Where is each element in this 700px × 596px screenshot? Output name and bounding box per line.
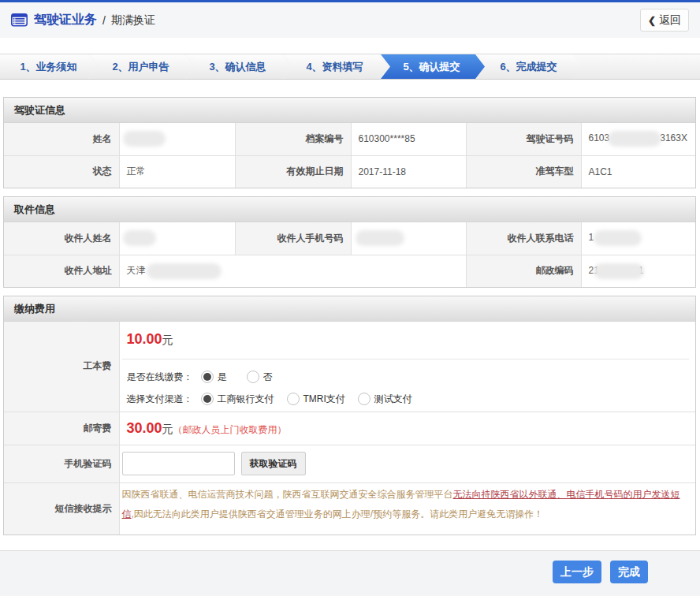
work-fee-label: 工本费 [4,322,119,412]
finish-button[interactable]: 完成 [610,561,648,583]
post-fee-cell: 30.00元（邮政人员上门收取费用） [119,412,695,445]
redacted-postcode [594,263,644,279]
captcha-cell: 获取验证码 [119,445,695,482]
get-captcha-button[interactable]: 获取验证码 [241,452,306,475]
recipient-phone-value: 1 [581,222,695,255]
sms-note-part1: 因陕西省联通、电信运营商技术问题，陕西省互联网交通安全综合服务管理平台 [122,489,453,500]
step-5-confirm-submit[interactable]: 5、确认提交 [378,54,485,79]
recipient-phone-label: 收件人联系电话 [466,222,581,255]
license-no-suffix: 3163X [660,132,687,143]
status-label: 状态 [4,155,119,188]
license-no-label: 驾驶证号码 [466,123,581,155]
table-row: 工本费 10.00元 是否在线缴费： 是 否 选择支付渠道： [4,322,695,412]
redacted-recipient-address [147,263,222,279]
post-fee-label: 邮寄费 [4,412,119,445]
payment-table: 工本费 10.00元 是否在线缴费： 是 否 选择支付渠道： [4,322,695,535]
radio-channel-test[interactable] [358,393,370,405]
table-row: 状态 正常 有效期止日期 2017-11-18 准驾车型 A1C1 [4,155,695,188]
license-no-value: 61033163X [581,123,695,155]
table-row: 姓名 档案编号 610300****85 驾驶证号码 61033163X [4,123,695,155]
expiry-value: 2017-11-18 [351,155,466,188]
sms-note-cell: 因陕西省联通、电信运营商技术问题，陕西省互联网交通安全综合服务管理平台无法向持陕… [119,482,695,535]
footer-bar: 上一步 完成 [0,550,700,596]
redacted-license-no [608,131,661,147]
pay-channel-line: 选择支付渠道： 工商银行支付 TMRI支付 测试支付 [120,391,696,407]
table-row: 手机验证码 获取验证码 [4,445,695,482]
step-1-business-notice[interactable]: 1、业务须知 [0,54,97,79]
step-2-user-declaration[interactable]: 2、用户申告 [88,54,194,79]
online-pay-line: 是否在线缴费： 是 否 [120,369,696,385]
post-fee-amount: 30.00 [127,420,162,436]
name-value [119,123,235,155]
captcha-input[interactable] [122,452,235,475]
status-value: 正常 [119,155,235,188]
postcode-label: 邮政编码 [466,255,581,287]
redacted-recipient-mobile [356,230,404,246]
recipient-mobile-label: 收件人手机号码 [235,222,351,255]
section-pickup-info-title: 取件信息 [4,197,695,222]
breadcrumb-separator: / [102,14,106,27]
recipient-mobile-value [351,222,466,255]
online-pay-label: 是否在线缴费： [127,369,193,385]
page-header: 驾驶证业务 / 期满换证 ❮ 返回 [0,2,700,38]
work-fee-cell: 10.00元 是否在线缴费： 是 否 选择支付渠道： 工商银行支付 [119,322,695,412]
work-fee-unit: 元 [162,333,173,346]
post-fee-unit: 元 [162,423,173,435]
table-row: 短信接收提示 因陕西省联通、电信运营商技术问题，陕西省互联网交通安全综合服务管理… [4,482,695,535]
expiry-label: 有效期止日期 [235,155,351,188]
page-title: 驾驶证业务 [34,12,97,28]
class-value: A1C1 [581,155,695,188]
section-license-info-title: 驾驶证信息 [4,98,695,123]
name-label: 姓名 [4,123,119,155]
redacted-recipient-name [123,230,156,246]
radio-online-no[interactable] [247,371,259,383]
redacted-recipient-phone [594,230,642,246]
recipient-address-value: 天津 [119,255,466,287]
redacted-name [123,131,166,147]
main-content: 驾驶证信息 姓名 档案编号 610300****85 驾驶证号码 6103316… [3,97,696,535]
radio-channel-tmri[interactable] [287,393,300,405]
recipient-address-prefix: 天津 [127,265,146,276]
radio-online-no-label[interactable]: 否 [263,369,273,385]
radio-online-yes[interactable] [201,371,214,383]
file-no-value: 610300****85 [351,123,466,155]
table-row: 收件人姓名 收件人手机号码 收件人联系电话 1 [4,222,695,255]
radio-channel-icbc-label[interactable]: 工商银行支付 [218,391,274,407]
license-no-prefix: 6103 [589,132,610,143]
section-pickup-info: 取件信息 收件人姓名 收件人手机号码 收件人联系电话 1 收件人地址 天津 邮政… [3,196,696,288]
radio-online-yes-label[interactable]: 是 [218,369,227,385]
license-info-table: 姓名 档案编号 610300****85 驾驶证号码 61033163X 状态 … [4,123,695,188]
sms-note-part3: ,因此无法向此类用户提供陕西省交通管理业务的网上办理/预约等服务。请此类用户避免… [132,508,544,520]
table-row: 收件人地址 天津 邮政编码 211 [4,255,695,287]
step-4-fill-data[interactable]: 4、资料填写 [281,54,388,79]
section-license-info: 驾驶证信息 姓名 档案编号 610300****85 驾驶证号码 6103316… [3,97,696,188]
previous-step-button[interactable]: 上一步 [553,561,601,583]
back-button-label: 返回 [659,13,681,28]
radio-channel-test-label[interactable]: 测试支付 [374,391,412,407]
recipient-phone-prefix: 1 [589,232,594,243]
section-payment-title: 缴纳费用 [4,296,695,322]
radio-channel-tmri-label[interactable]: TMRI支付 [303,391,345,407]
step-3-confirm-info[interactable]: 3、确认信息 [184,54,291,79]
recipient-name-value [119,222,235,255]
radio-channel-icbc[interactable] [201,393,214,405]
pickup-info-table: 收件人姓名 收件人手机号码 收件人联系电话 1 收件人地址 天津 邮政编码 21… [4,222,695,287]
breadcrumb-current: 期满换证 [111,13,155,28]
recipient-name-label: 收件人姓名 [4,222,119,255]
recipient-address-label: 收件人地址 [4,255,119,287]
file-no-label: 档案编号 [235,123,351,155]
captcha-label: 手机验证码 [4,445,119,482]
post-fee-note: （邮政人员上门收取费用） [173,424,287,435]
section-payment: 缴纳费用 工本费 10.00元 是否在线缴费： 是 否 [3,296,696,535]
pay-channel-label: 选择支付渠道： [127,391,193,407]
back-button[interactable]: ❮ 返回 [640,9,689,32]
sms-note-label: 短信接收提示 [4,482,119,535]
postcode-value: 211 [581,255,695,287]
chevron-left-icon: ❮ [648,15,656,26]
license-business-icon [11,13,28,27]
work-fee-amount: 10.00 [127,331,162,347]
wizard-steps: 1、业务须知 2、用户申告 3、确认信息 4、资料填写 5、确认提交 6、完成提… [0,54,700,80]
work-fee-amount-line: 10.00元 [122,322,690,359]
class-label: 准驾车型 [466,155,581,188]
step-6-complete-submit[interactable]: 6、完成提交 [475,54,582,79]
